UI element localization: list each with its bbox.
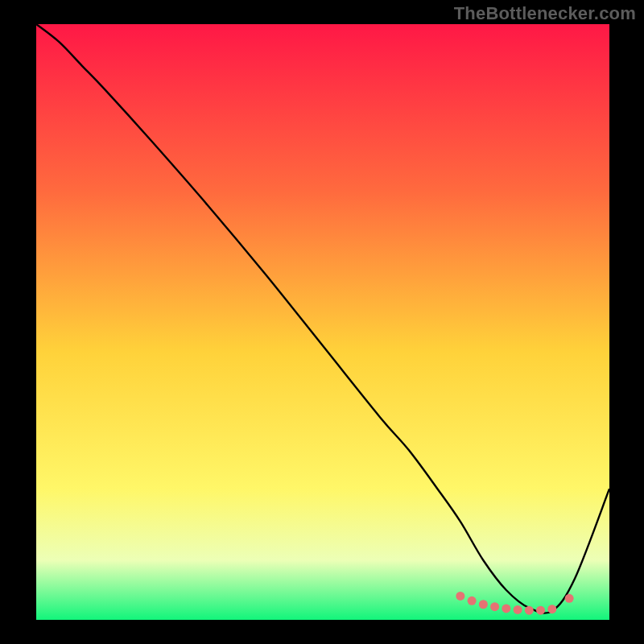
chart-frame: TheBottlenecker.com [0,0,644,644]
optimal-marker [536,606,545,615]
optimal-marker [468,597,477,605]
optimal-marker [525,606,534,615]
optimal-marker [565,594,574,603]
plot-area [36,24,609,620]
gradient-background [36,24,609,620]
attribution-label: TheBottlenecker.com [454,3,636,24]
optimal-marker [479,600,488,609]
optimal-marker [547,605,556,613]
optimal-marker [490,602,499,611]
optimal-marker [514,605,522,614]
bottleneck-chart [36,24,609,620]
optimal-marker [502,604,510,613]
optimal-marker [456,592,464,601]
